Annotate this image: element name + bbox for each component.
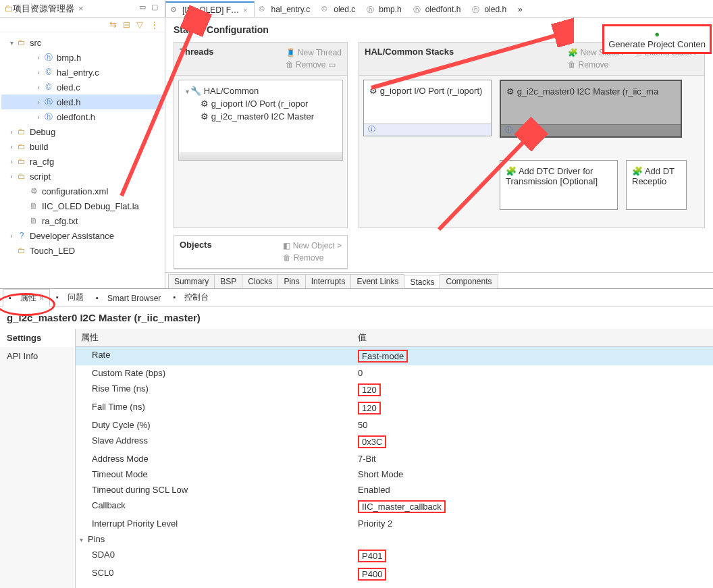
expander-icon[interactable]: ›: [7, 232, 16, 240]
tree-item[interactable]: ›🗀ra_cfg: [1, 154, 163, 169]
property-row[interactable]: Address Mode7-Bit: [76, 451, 713, 466]
info-icon[interactable]: ⓘ: [364, 124, 491, 136]
property-value[interactable]: 120: [352, 400, 713, 416]
menu-icon[interactable]: ⋮: [150, 20, 161, 30]
tree-item[interactable]: 🗎IIC_OLED Debug_Flat.la: [1, 198, 163, 213]
property-value[interactable]: Short Mode: [352, 468, 713, 481]
editor-tab[interactable]: ©hal_entry.c: [254, 1, 317, 17]
stack-box-i2c-master[interactable]: ⚙ g_i2c_master0 I2C Master (r_iic_ma ⓘ: [500, 80, 682, 138]
tab-overflow[interactable]: »: [513, 1, 530, 17]
minimize-icon[interactable]: ▭: [139, 3, 149, 12]
config-tab-summary[interactable]: Summary: [168, 274, 215, 288]
config-tab-pins[interactable]: Pins: [278, 274, 305, 288]
view-tab[interactable]: ▪问题: [50, 288, 90, 306]
expander-icon[interactable]: ›: [34, 84, 43, 91]
property-value[interactable]: Fast-mode: [352, 348, 713, 364]
stack-subbox-dtc-tx[interactable]: 🧩 Add DTC Driver for Transmission [Optio…: [500, 160, 618, 210]
generate-project-content-button[interactable]: ● Generate Project Conten: [602, 24, 712, 54]
editor-tabs[interactable]: ⚙[IIC_OLED] F…×©hal_entry.c©oled.cⓗbmp.h…: [165, 0, 713, 18]
config-tab-interrupts[interactable]: Interrupts: [305, 274, 352, 288]
threads-list[interactable]: ▾🔧 HAL/Common ⚙ g_ioport I/O Port (r_iop…: [178, 80, 343, 161]
property-row[interactable]: RateFast-mode: [76, 347, 713, 365]
editor-tab[interactable]: ⓗbmp.h: [362, 1, 408, 17]
property-value[interactable]: IIC_master_callback: [352, 499, 713, 514]
property-row[interactable]: SCL0P400: [76, 565, 713, 583]
close-icon[interactable]: ×: [39, 294, 44, 303]
collapse-icon[interactable]: ⊟: [123, 20, 134, 30]
property-value[interactable]: Priority 2: [352, 517, 713, 530]
link-icon[interactable]: ⇆: [109, 20, 120, 30]
properties-side-item[interactable]: Settings: [0, 329, 75, 347]
expander-icon[interactable]: ›: [7, 128, 16, 136]
remove-thread-button[interactable]: 🗑 Remove ▭: [286, 59, 342, 71]
property-row[interactable]: Custom Rate (bps)0: [76, 365, 713, 381]
thread-child[interactable]: ⚙ g_i2c_master0 I2C Master: [183, 110, 338, 123]
properties-side-tabs[interactable]: SettingsAPI Info: [0, 329, 76, 588]
project-tree[interactable]: ▾🗀src›ⓗbmp.h›©hal_entry.c›©oled.c›ⓗoled.…: [0, 32, 165, 288]
property-row[interactable]: ▾Pins: [76, 531, 713, 547]
expander-icon[interactable]: ›: [7, 173, 16, 180]
expander-icon[interactable]: ›: [34, 99, 43, 106]
expander-icon[interactable]: ›: [34, 54, 43, 61]
expander-icon[interactable]: ›: [34, 69, 43, 76]
view-tab[interactable]: ▪属性 ×: [3, 289, 50, 306]
editor-tab[interactable]: ⚙[IIC_OLED] F…×: [165, 1, 255, 18]
close-icon[interactable]: ×: [243, 6, 247, 14]
property-row[interactable]: Slave Address0x3C: [76, 433, 713, 451]
tree-item[interactable]: ›©hal_entry.c: [1, 65, 163, 80]
tree-item[interactable]: ›ⓗoled.h: [1, 95, 163, 109]
tree-item[interactable]: ⚙configuration.xml: [1, 184, 163, 198]
property-value[interactable]: P400: [352, 566, 713, 582]
property-value[interactable]: [352, 533, 713, 545]
thread-root[interactable]: ▾🔧 HAL/Common: [183, 84, 338, 97]
property-row[interactable]: SDA0P401: [76, 547, 713, 565]
new-object-button[interactable]: ◧ New Object >: [283, 240, 342, 252]
tree-item[interactable]: ›🗀Debug: [1, 124, 163, 139]
expander-icon[interactable]: ▾: [7, 39, 16, 47]
property-row[interactable]: Timeout ModeShort Mode: [76, 466, 713, 482]
stack-subbox-dtc-rx[interactable]: 🧩 Add DT Receptio: [626, 160, 687, 210]
property-value[interactable]: 50: [352, 419, 713, 431]
maximize-icon[interactable]: ▢: [151, 3, 161, 12]
tree-item[interactable]: ›ⓗbmp.h: [1, 50, 163, 65]
stack-box-ioport[interactable]: ⚙ g_ioport I/O Port (r_ioport) ⓘ: [363, 80, 492, 136]
config-tab-clocks[interactable]: Clocks: [242, 274, 278, 288]
tree-item[interactable]: ›🗀script: [1, 169, 163, 184]
property-value[interactable]: 7-Bit: [352, 452, 713, 465]
thread-child[interactable]: ⚙ g_ioport I/O Port (r_iopor: [183, 97, 338, 110]
tree-item[interactable]: ▾🗀src: [1, 35, 163, 50]
filter-icon[interactable]: ▽: [136, 20, 147, 30]
expander-icon[interactable]: ›: [34, 113, 43, 121]
expander-icon[interactable]: ›: [7, 143, 16, 151]
property-row[interactable]: Timeout during SCL LowEnabled: [76, 482, 713, 498]
property-value[interactable]: 120: [352, 382, 713, 398]
config-tab-stacks[interactable]: Stacks: [404, 275, 440, 288]
properties-side-item[interactable]: API Info: [0, 347, 75, 365]
property-row[interactable]: Interrupt Priority LevelPriority 2: [76, 516, 713, 531]
bottom-view-tabs[interactable]: ▪属性 ×▪问题▪Smart Browser▪控制台: [0, 289, 713, 306]
editor-tab[interactable]: ⓗoledfont.h: [408, 1, 469, 17]
remove-stack-button[interactable]: 🗑 Remove: [568, 60, 608, 70]
property-value[interactable]: P401: [352, 548, 713, 564]
tree-item[interactable]: ›ⓗoledfont.h: [1, 109, 163, 124]
property-value[interactable]: 0x3C: [352, 434, 713, 450]
property-row[interactable]: Duty Cycle (%)50: [76, 417, 713, 433]
new-thread-button[interactable]: 🧵 New Thread: [286, 47, 342, 59]
config-bottom-tabs[interactable]: SummaryBSPClocksPinsInterruptsEvent Link…: [165, 272, 713, 288]
tree-item[interactable]: 🗀Touch_LED: [1, 243, 163, 258]
property-row[interactable]: Rise Time (ns)120: [76, 381, 713, 399]
tree-item[interactable]: ›©oled.c: [1, 80, 163, 95]
tree-item[interactable]: 🗎ra_cfg.txt: [1, 213, 163, 228]
property-value[interactable]: Enabled: [352, 483, 713, 496]
view-tab[interactable]: ▪控制台: [167, 288, 215, 306]
remove-object-button[interactable]: 🗑 Remove: [283, 252, 342, 264]
property-row[interactable]: Fall Time (ns)120: [76, 399, 713, 417]
editor-tab[interactable]: ©oled.c: [317, 1, 363, 17]
expander-icon[interactable]: ›: [7, 158, 16, 165]
tree-item[interactable]: ›?Developer Assistance: [1, 228, 163, 243]
property-row[interactable]: CallbackIIC_master_callback: [76, 498, 713, 516]
config-tab-bsp[interactable]: BSP: [214, 274, 242, 288]
close-icon[interactable]: ×: [78, 3, 84, 14]
config-tab-components[interactable]: Components: [440, 274, 498, 288]
config-tab-event-links[interactable]: Event Links: [350, 274, 404, 288]
